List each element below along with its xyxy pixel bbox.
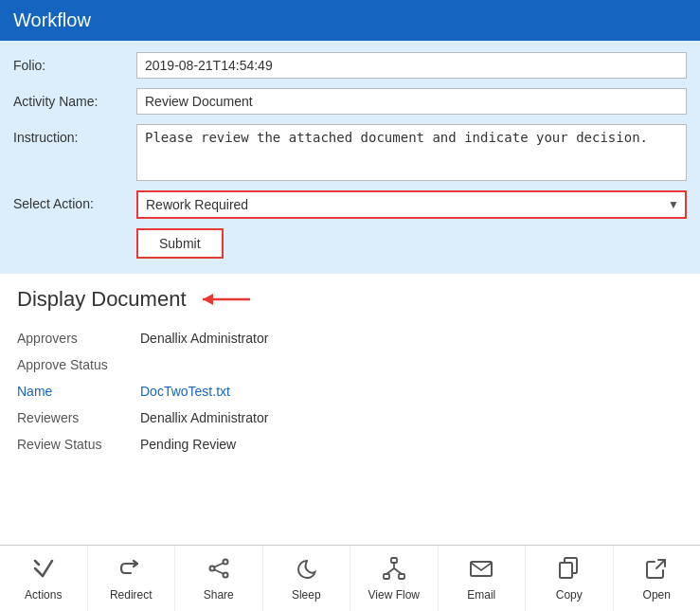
toolbar-item-open[interactable]: Open — [614, 546, 701, 611]
approvers-value: Denallix Administrator — [140, 331, 268, 346]
approvers-label: Approvers — [17, 331, 140, 346]
bottom-toolbar: Actions Redirect Share — [0, 545, 700, 611]
svg-rect-18 — [560, 563, 572, 578]
workflow-form: Folio: Activity Name: Instruction: Pleas… — [0, 41, 700, 274]
svg-rect-16 — [471, 562, 492, 576]
svg-rect-11 — [384, 574, 389, 579]
approve-status-label: Approve Status — [17, 357, 140, 372]
open-label: Open — [643, 588, 671, 602]
actions-icon — [31, 556, 56, 584]
svg-line-2 — [35, 568, 43, 576]
activity-name-input[interactable] — [136, 88, 687, 115]
share-label: Share — [204, 588, 234, 602]
instruction-row: Instruction: Please review the attached … — [13, 124, 687, 181]
submit-row: Submit — [13, 228, 687, 259]
select-action-label: Select Action: — [13, 190, 136, 211]
toolbar-item-share[interactable]: Share — [175, 546, 263, 611]
svg-line-4 — [35, 561, 39, 565]
toolbar-item-email[interactable]: Email — [439, 546, 527, 611]
viewflow-label: View Flow — [368, 588, 420, 602]
redirect-icon — [118, 556, 143, 584]
sleep-icon — [294, 556, 318, 584]
doc-row-approvers: Approvers Denallix Administrator — [17, 325, 683, 351]
redirect-label: Redirect — [110, 588, 153, 602]
reviewers-value: Denallix Administrator — [140, 410, 268, 425]
review-status-value: Pending Review — [140, 437, 236, 452]
doc-row-review-status: Review Status Pending Review — [17, 431, 683, 458]
email-label: Email — [467, 588, 495, 602]
sleep-label: Sleep — [292, 588, 321, 602]
svg-marker-1 — [203, 294, 213, 305]
doc-title: Display Document — [17, 287, 187, 312]
header-title: Workflow — [13, 9, 91, 30]
doc-title-row: Display Document — [17, 287, 683, 312]
folio-label: Folio: — [13, 52, 136, 73]
actions-label: Actions — [25, 588, 62, 602]
document-section: Display Document Approvers Denallix Admi… — [0, 274, 700, 545]
folio-row: Folio: — [13, 52, 687, 79]
doc-row-approve-status: Approve Status — [17, 351, 683, 378]
arrow-left-icon — [198, 289, 255, 310]
svg-line-3 — [43, 561, 52, 576]
review-status-label: Review Status — [17, 437, 140, 452]
select-action-dropdown[interactable]: Rework Required Approve Reject — [136, 190, 687, 219]
toolbar-item-sleep[interactable]: Sleep — [263, 546, 351, 611]
instruction-textarea[interactable]: Please review the attached document and … — [136, 124, 687, 181]
workflow-header: Workflow — [0, 0, 700, 41]
reviewers-label: Reviewers — [17, 410, 140, 425]
svg-line-9 — [214, 569, 224, 574]
toolbar-item-viewflow[interactable]: View Flow — [350, 546, 439, 611]
name-label: Name — [17, 384, 140, 399]
svg-line-19 — [656, 560, 665, 568]
svg-rect-10 — [391, 558, 397, 563]
email-icon — [469, 556, 494, 584]
viewflow-icon — [382, 556, 406, 584]
toolbar-item-copy[interactable]: Copy — [526, 546, 614, 611]
folio-input[interactable] — [136, 52, 687, 79]
svg-point-5 — [223, 559, 227, 564]
copy-icon — [557, 556, 582, 584]
select-action-row: Select Action: Rework Required Approve R… — [13, 190, 687, 219]
activity-name-row: Activity Name: — [13, 88, 687, 115]
svg-point-7 — [209, 566, 214, 570]
toolbar-item-actions[interactable]: Actions — [0, 546, 88, 611]
select-action-wrapper: Rework Required Approve Reject ▼ — [136, 190, 687, 219]
share-icon — [206, 556, 231, 584]
name-link[interactable]: DocTwoTest.txt — [140, 384, 230, 399]
activity-name-label: Activity Name: — [13, 88, 136, 109]
doc-row-reviewers: Reviewers Denallix Administrator — [17, 404, 683, 431]
copy-label: Copy — [556, 588, 583, 602]
toolbar-item-redirect[interactable]: Redirect — [88, 546, 176, 611]
svg-line-14 — [386, 568, 394, 574]
open-icon — [644, 556, 669, 584]
svg-line-15 — [394, 568, 402, 574]
doc-row-name: Name DocTwoTest.txt — [17, 378, 683, 404]
submit-button[interactable]: Submit — [136, 228, 224, 259]
svg-rect-12 — [399, 574, 404, 579]
red-arrow-svg — [198, 289, 255, 310]
svg-line-8 — [214, 563, 224, 567]
instruction-label: Instruction: — [13, 124, 136, 145]
svg-point-6 — [223, 572, 227, 577]
